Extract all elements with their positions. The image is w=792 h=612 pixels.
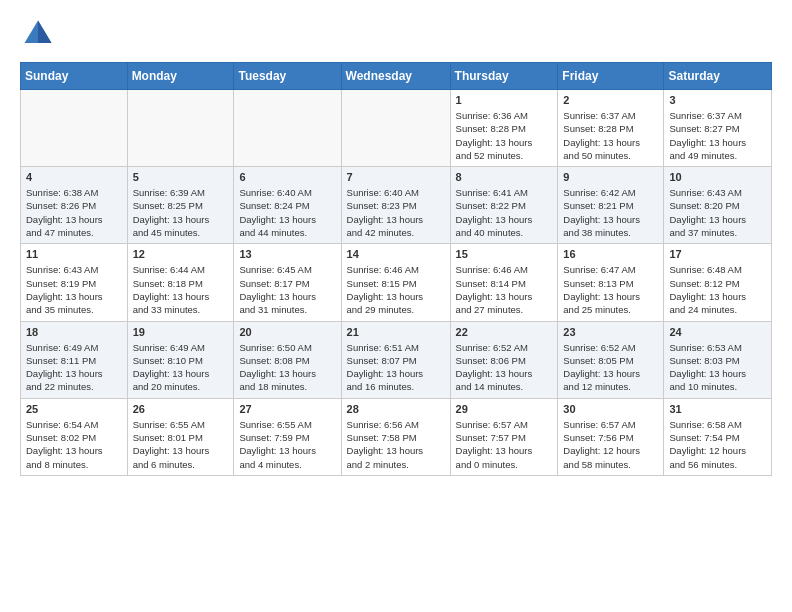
calendar-cell: 20Sunrise: 6:50 AM Sunset: 8:08 PM Dayli…	[234, 321, 341, 398]
day-info: Sunrise: 6:49 AM Sunset: 8:10 PM Dayligh…	[133, 341, 229, 394]
day-number: 26	[133, 403, 229, 415]
calendar-header-row: SundayMondayTuesdayWednesdayThursdayFrid…	[21, 63, 772, 90]
day-info: Sunrise: 6:52 AM Sunset: 8:05 PM Dayligh…	[563, 341, 658, 394]
calendar-cell: 22Sunrise: 6:52 AM Sunset: 8:06 PM Dayli…	[450, 321, 558, 398]
calendar-cell: 10Sunrise: 6:43 AM Sunset: 8:20 PM Dayli…	[664, 167, 772, 244]
calendar-week-3: 11Sunrise: 6:43 AM Sunset: 8:19 PM Dayli…	[21, 244, 772, 321]
calendar-cell: 17Sunrise: 6:48 AM Sunset: 8:12 PM Dayli…	[664, 244, 772, 321]
calendar-cell: 25Sunrise: 6:54 AM Sunset: 8:02 PM Dayli…	[21, 398, 128, 475]
day-info: Sunrise: 6:49 AM Sunset: 8:11 PM Dayligh…	[26, 341, 122, 394]
weekday-header-monday: Monday	[127, 63, 234, 90]
day-number: 13	[239, 248, 335, 260]
calendar-cell	[341, 90, 450, 167]
calendar-cell: 21Sunrise: 6:51 AM Sunset: 8:07 PM Dayli…	[341, 321, 450, 398]
weekday-header-tuesday: Tuesday	[234, 63, 341, 90]
day-info: Sunrise: 6:56 AM Sunset: 7:58 PM Dayligh…	[347, 418, 445, 471]
day-number: 1	[456, 94, 553, 106]
calendar-week-4: 18Sunrise: 6:49 AM Sunset: 8:11 PM Dayli…	[21, 321, 772, 398]
day-info: Sunrise: 6:43 AM Sunset: 8:19 PM Dayligh…	[26, 263, 122, 316]
calendar-cell: 28Sunrise: 6:56 AM Sunset: 7:58 PM Dayli…	[341, 398, 450, 475]
calendar-cell: 26Sunrise: 6:55 AM Sunset: 8:01 PM Dayli…	[127, 398, 234, 475]
page-header	[20, 16, 772, 52]
day-info: Sunrise: 6:45 AM Sunset: 8:17 PM Dayligh…	[239, 263, 335, 316]
calendar-cell: 29Sunrise: 6:57 AM Sunset: 7:57 PM Dayli…	[450, 398, 558, 475]
day-info: Sunrise: 6:47 AM Sunset: 8:13 PM Dayligh…	[563, 263, 658, 316]
calendar-cell: 9Sunrise: 6:42 AM Sunset: 8:21 PM Daylig…	[558, 167, 664, 244]
day-number: 7	[347, 171, 445, 183]
day-number: 5	[133, 171, 229, 183]
calendar-cell: 18Sunrise: 6:49 AM Sunset: 8:11 PM Dayli…	[21, 321, 128, 398]
day-number: 14	[347, 248, 445, 260]
day-number: 6	[239, 171, 335, 183]
day-number: 28	[347, 403, 445, 415]
day-number: 9	[563, 171, 658, 183]
day-info: Sunrise: 6:57 AM Sunset: 7:56 PM Dayligh…	[563, 418, 658, 471]
day-number: 19	[133, 326, 229, 338]
calendar-cell: 12Sunrise: 6:44 AM Sunset: 8:18 PM Dayli…	[127, 244, 234, 321]
logo-icon	[20, 16, 56, 52]
calendar-cell: 14Sunrise: 6:46 AM Sunset: 8:15 PM Dayli…	[341, 244, 450, 321]
calendar-week-5: 25Sunrise: 6:54 AM Sunset: 8:02 PM Dayli…	[21, 398, 772, 475]
day-info: Sunrise: 6:55 AM Sunset: 7:59 PM Dayligh…	[239, 418, 335, 471]
day-info: Sunrise: 6:48 AM Sunset: 8:12 PM Dayligh…	[669, 263, 766, 316]
svg-marker-1	[38, 21, 52, 44]
day-info: Sunrise: 6:42 AM Sunset: 8:21 PM Dayligh…	[563, 186, 658, 239]
calendar-week-2: 4Sunrise: 6:38 AM Sunset: 8:26 PM Daylig…	[21, 167, 772, 244]
calendar-cell: 1Sunrise: 6:36 AM Sunset: 8:28 PM Daylig…	[450, 90, 558, 167]
day-number: 17	[669, 248, 766, 260]
calendar-cell: 19Sunrise: 6:49 AM Sunset: 8:10 PM Dayli…	[127, 321, 234, 398]
day-number: 12	[133, 248, 229, 260]
day-info: Sunrise: 6:54 AM Sunset: 8:02 PM Dayligh…	[26, 418, 122, 471]
day-info: Sunrise: 6:53 AM Sunset: 8:03 PM Dayligh…	[669, 341, 766, 394]
calendar-cell: 13Sunrise: 6:45 AM Sunset: 8:17 PM Dayli…	[234, 244, 341, 321]
day-number: 25	[26, 403, 122, 415]
calendar-cell: 4Sunrise: 6:38 AM Sunset: 8:26 PM Daylig…	[21, 167, 128, 244]
day-number: 4	[26, 171, 122, 183]
day-number: 20	[239, 326, 335, 338]
day-info: Sunrise: 6:46 AM Sunset: 8:14 PM Dayligh…	[456, 263, 553, 316]
day-info: Sunrise: 6:41 AM Sunset: 8:22 PM Dayligh…	[456, 186, 553, 239]
day-info: Sunrise: 6:40 AM Sunset: 8:23 PM Dayligh…	[347, 186, 445, 239]
day-number: 15	[456, 248, 553, 260]
day-number: 29	[456, 403, 553, 415]
day-number: 3	[669, 94, 766, 106]
calendar-cell	[21, 90, 128, 167]
day-info: Sunrise: 6:51 AM Sunset: 8:07 PM Dayligh…	[347, 341, 445, 394]
calendar-cell	[127, 90, 234, 167]
day-info: Sunrise: 6:44 AM Sunset: 8:18 PM Dayligh…	[133, 263, 229, 316]
day-info: Sunrise: 6:58 AM Sunset: 7:54 PM Dayligh…	[669, 418, 766, 471]
day-number: 30	[563, 403, 658, 415]
weekday-header-friday: Friday	[558, 63, 664, 90]
calendar-cell: 2Sunrise: 6:37 AM Sunset: 8:28 PM Daylig…	[558, 90, 664, 167]
calendar-cell: 23Sunrise: 6:52 AM Sunset: 8:05 PM Dayli…	[558, 321, 664, 398]
day-number: 31	[669, 403, 766, 415]
weekday-header-wednesday: Wednesday	[341, 63, 450, 90]
day-info: Sunrise: 6:55 AM Sunset: 8:01 PM Dayligh…	[133, 418, 229, 471]
day-number: 2	[563, 94, 658, 106]
day-info: Sunrise: 6:36 AM Sunset: 8:28 PM Dayligh…	[456, 109, 553, 162]
calendar-cell: 16Sunrise: 6:47 AM Sunset: 8:13 PM Dayli…	[558, 244, 664, 321]
weekday-header-sunday: Sunday	[21, 63, 128, 90]
day-info: Sunrise: 6:39 AM Sunset: 8:25 PM Dayligh…	[133, 186, 229, 239]
day-number: 8	[456, 171, 553, 183]
day-info: Sunrise: 6:50 AM Sunset: 8:08 PM Dayligh…	[239, 341, 335, 394]
day-info: Sunrise: 6:38 AM Sunset: 8:26 PM Dayligh…	[26, 186, 122, 239]
day-number: 16	[563, 248, 658, 260]
calendar-cell: 6Sunrise: 6:40 AM Sunset: 8:24 PM Daylig…	[234, 167, 341, 244]
day-number: 27	[239, 403, 335, 415]
calendar-cell: 5Sunrise: 6:39 AM Sunset: 8:25 PM Daylig…	[127, 167, 234, 244]
day-info: Sunrise: 6:37 AM Sunset: 8:28 PM Dayligh…	[563, 109, 658, 162]
day-info: Sunrise: 6:40 AM Sunset: 8:24 PM Dayligh…	[239, 186, 335, 239]
day-number: 23	[563, 326, 658, 338]
day-info: Sunrise: 6:46 AM Sunset: 8:15 PM Dayligh…	[347, 263, 445, 316]
calendar-cell: 15Sunrise: 6:46 AM Sunset: 8:14 PM Dayli…	[450, 244, 558, 321]
day-number: 22	[456, 326, 553, 338]
weekday-header-thursday: Thursday	[450, 63, 558, 90]
calendar-cell: 27Sunrise: 6:55 AM Sunset: 7:59 PM Dayli…	[234, 398, 341, 475]
weekday-header-saturday: Saturday	[664, 63, 772, 90]
calendar-cell: 11Sunrise: 6:43 AM Sunset: 8:19 PM Dayli…	[21, 244, 128, 321]
day-info: Sunrise: 6:37 AM Sunset: 8:27 PM Dayligh…	[669, 109, 766, 162]
day-number: 11	[26, 248, 122, 260]
calendar-table: SundayMondayTuesdayWednesdayThursdayFrid…	[20, 62, 772, 476]
calendar-cell: 31Sunrise: 6:58 AM Sunset: 7:54 PM Dayli…	[664, 398, 772, 475]
